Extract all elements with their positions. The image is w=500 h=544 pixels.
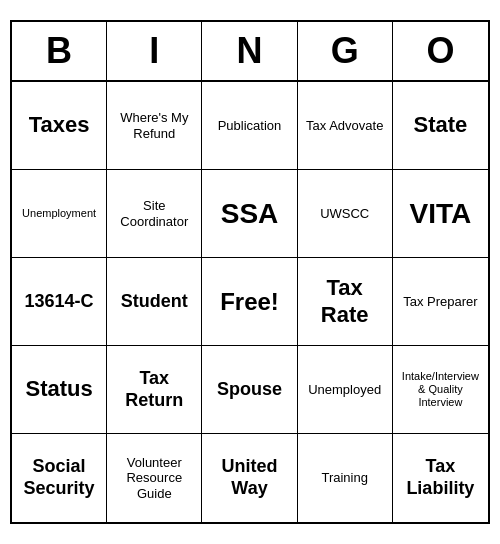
cell-text: Tax Rate <box>302 275 388 328</box>
cell-text: Free! <box>220 288 279 316</box>
bingo-cell: Tax Preparer <box>393 258 488 346</box>
cell-text: Status <box>25 376 92 402</box>
bingo-cell: Tax Advovate <box>298 82 393 170</box>
cell-text: Taxes <box>29 112 90 138</box>
bingo-grid: TaxesWhere's My RefundPublicationTax Adv… <box>12 82 488 522</box>
header-letter: N <box>202 22 297 80</box>
cell-text: Student <box>121 291 188 313</box>
cell-text: Publication <box>218 118 282 134</box>
cell-text: Social Security <box>16 456 102 499</box>
bingo-cell: Tax Liability <box>393 434 488 522</box>
bingo-header: BINGO <box>12 22 488 82</box>
bingo-cell: Free! <box>202 258 297 346</box>
bingo-card: BINGO TaxesWhere's My RefundPublicationT… <box>10 20 490 524</box>
bingo-cell: UWSCC <box>298 170 393 258</box>
bingo-cell: Spouse <box>202 346 297 434</box>
bingo-cell: United Way <box>202 434 297 522</box>
bingo-cell: Publication <box>202 82 297 170</box>
bingo-cell: SSA <box>202 170 297 258</box>
cell-text: 13614-C <box>25 291 94 313</box>
bingo-cell: Where's My Refund <box>107 82 202 170</box>
cell-text: Tax Liability <box>397 456 484 499</box>
cell-text: Spouse <box>217 379 282 401</box>
cell-text: UWSCC <box>320 206 369 222</box>
bingo-cell: Training <box>298 434 393 522</box>
bingo-cell: 13614-C <box>12 258 107 346</box>
bingo-cell: VITA <box>393 170 488 258</box>
cell-text: Training <box>321 470 367 486</box>
bingo-cell: Tax Rate <box>298 258 393 346</box>
bingo-cell: Tax Return <box>107 346 202 434</box>
header-letter: B <box>12 22 107 80</box>
bingo-cell: Taxes <box>12 82 107 170</box>
cell-text: Tax Preparer <box>403 294 477 310</box>
header-letter: O <box>393 22 488 80</box>
cell-text: Unemployed <box>308 382 381 398</box>
cell-text: Where's My Refund <box>111 110 197 141</box>
cell-text: Volunteer Resource Guide <box>111 455 197 502</box>
header-letter: G <box>298 22 393 80</box>
bingo-cell: Volunteer Resource Guide <box>107 434 202 522</box>
cell-text: VITA <box>410 197 472 231</box>
cell-text: SSA <box>221 197 279 231</box>
cell-text: Site Coordinator <box>111 198 197 229</box>
bingo-cell: Site Coordinator <box>107 170 202 258</box>
header-letter: I <box>107 22 202 80</box>
bingo-cell: Student <box>107 258 202 346</box>
cell-text: United Way <box>206 456 292 499</box>
cell-text: Tax Advovate <box>306 118 383 134</box>
bingo-cell: Social Security <box>12 434 107 522</box>
cell-text: State <box>413 112 467 138</box>
bingo-cell: Unemployment <box>12 170 107 258</box>
cell-text: Intake/Interview & Quality Interview <box>397 370 484 410</box>
cell-text: Unemployment <box>22 207 96 220</box>
bingo-cell: Status <box>12 346 107 434</box>
cell-text: Tax Return <box>111 368 197 411</box>
bingo-cell: Intake/Interview & Quality Interview <box>393 346 488 434</box>
bingo-cell: Unemployed <box>298 346 393 434</box>
bingo-cell: State <box>393 82 488 170</box>
